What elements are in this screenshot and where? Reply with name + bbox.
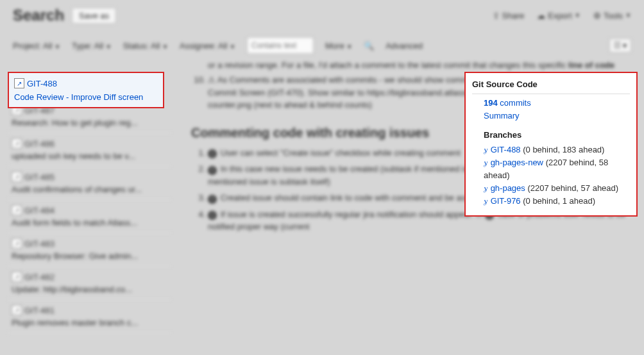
commits-link[interactable]: 194 commits bbox=[484, 98, 531, 108]
list-item[interactable]: ↗GIT-483Repository Browser: Give admin..… bbox=[8, 233, 172, 267]
selected-issue-card[interactable]: ↗GIT-488 Code Review - Improve Diff scre… bbox=[8, 72, 164, 108]
contains-text-input[interactable] bbox=[247, 37, 314, 54]
list-item[interactable]: ↗GIT-485Audit confirmations of changes u… bbox=[8, 167, 172, 200]
branch-row: ỿ GIT-976 (0 behind, 1 ahead) bbox=[484, 195, 630, 208]
filter-project[interactable]: Project: All ▼ bbox=[13, 41, 60, 51]
panel-title: Git Source Code bbox=[472, 78, 630, 94]
list-item[interactable]: ↗GIT-481Plugin removes master branch c..… bbox=[8, 300, 172, 333]
branch-link[interactable]: gh-pages-new bbox=[491, 158, 543, 167]
filter-bar: Project: All ▼ Type: All ▼ Status: All ▼… bbox=[0, 35, 644, 60]
git-source-code-panel: Git Source Code 194 commits Summary Bran… bbox=[464, 72, 638, 217]
branches-heading: Branches bbox=[484, 129, 630, 142]
list-item[interactable]: ↗GIT-484Audit form fields to match Atlas… bbox=[8, 200, 172, 233]
branch-row: ỿ gh-pages (2207 behind, 57 ahead) bbox=[484, 182, 630, 195]
branch-icon: ỿ bbox=[484, 183, 488, 193]
branch-link[interactable]: GIT-488 bbox=[491, 145, 521, 154]
branch-icon: ỿ bbox=[484, 145, 488, 154]
filter-assignee[interactable]: Assignee: All ▼ bbox=[180, 41, 235, 51]
issue-key: GIT-488 bbox=[27, 79, 57, 88]
list-item[interactable]: ↗GIT-486uploaded ssh key needs to be v..… bbox=[8, 133, 172, 167]
branch-row: ỿ gh-pages-new (2207 behind, 58 ahead) bbox=[484, 156, 630, 182]
issue-type-icon: ↗ bbox=[14, 78, 24, 88]
share-button[interactable]: ⇪Share bbox=[493, 11, 525, 21]
filter-status[interactable]: Status: All ▼ bbox=[123, 41, 168, 51]
filter-more[interactable]: More ▼ bbox=[325, 41, 352, 51]
export-button[interactable]: ☁Export▼ bbox=[537, 11, 580, 21]
branch-icon: ỿ bbox=[484, 196, 488, 206]
view-toggle[interactable]: ☷ ▾ bbox=[609, 38, 631, 53]
page-title: Search bbox=[13, 6, 64, 24]
search-icon[interactable]: 🔍 bbox=[364, 41, 374, 51]
branch-link[interactable]: gh-pages bbox=[491, 183, 525, 193]
branch-icon: ỿ bbox=[484, 158, 488, 167]
filter-type[interactable]: Type: All ▼ bbox=[72, 41, 112, 51]
advanced-link[interactable]: Advanced bbox=[386, 41, 423, 51]
branch-row: ỿ GIT-488 (0 behind, 183 ahead) bbox=[484, 144, 630, 156]
branch-link[interactable]: GIT-976 bbox=[491, 196, 521, 206]
tools-button[interactable]: ⚙Tools▼ bbox=[593, 11, 631, 21]
top-bar: Search Save as ⇪Share ☁Export▼ ⚙Tools▼ bbox=[0, 0, 644, 35]
issue-summary: Code Review - Improve Diff screen bbox=[14, 92, 158, 102]
save-as-button[interactable]: Save as bbox=[72, 8, 116, 24]
summary-link[interactable]: Summary bbox=[484, 111, 520, 120]
list-item[interactable]: ↗GIT-482Update: http://bigbrassband.co..… bbox=[8, 267, 172, 300]
